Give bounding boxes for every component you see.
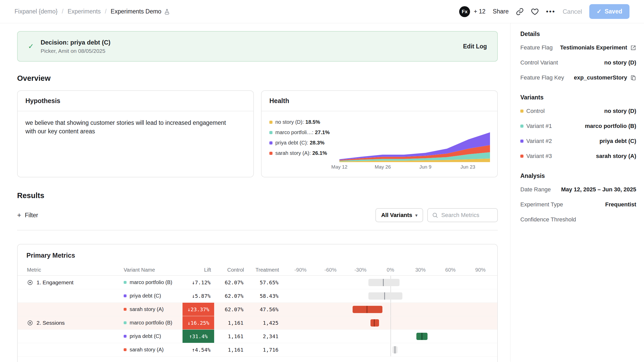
search-box[interactable]	[427, 208, 498, 222]
avatar[interactable]: Fx	[459, 6, 470, 17]
breadcrumb-item[interactable]: Experiments	[68, 8, 101, 15]
variant-cell: sarah story (A)	[124, 347, 183, 353]
variants-section: Variants Controlno story (D)Variant #1ma…	[520, 94, 636, 164]
lift-cell: ↓7.12%	[183, 276, 214, 289]
variant-cell: priya debt (C)	[124, 333, 183, 339]
lift-cell: ↓16.25%	[183, 316, 214, 329]
metric-row[interactable]: 2. Sessionsmarco portfolio (B)↓16.25%1,1…	[18, 316, 497, 330]
variant-swatch	[124, 294, 127, 297]
health-card: Health no story (D):18.5%marco portfoli……	[261, 90, 498, 177]
axis-tick-label: 0%	[387, 267, 394, 273]
filter-button[interactable]: + Filter	[17, 211, 38, 219]
metrics-table-body: 1. Engagementmarco portfolio (B)↓7.12%62…	[18, 276, 497, 357]
sidebar-row: Controlno story (D)	[520, 104, 636, 119]
confidence-interval-bar	[370, 319, 379, 327]
confidence-interval-bar	[368, 292, 402, 300]
edit-log-button[interactable]: Edit Log	[463, 43, 487, 50]
decision-byline: Picker, Amit on 08/05/2025	[41, 48, 110, 54]
breadcrumb-separator: /	[105, 8, 106, 15]
cancel-button[interactable]: Cancel	[563, 8, 582, 15]
variant-name: sarah story (A)	[130, 306, 164, 312]
legend-name: sarah story (A):	[275, 150, 311, 156]
legend-swatch	[269, 152, 272, 155]
sidebar-value[interactable]: exp_customerStory	[574, 74, 636, 81]
sidebar-row: Variant #3sarah story (A)	[520, 149, 636, 164]
health-title: Health	[262, 91, 497, 111]
metric-row[interactable]: priya debt (C)↑31.4%1,1612,341	[18, 330, 497, 343]
legend-swatch	[269, 141, 272, 144]
variant-cell: marco portfolio (B)	[124, 320, 183, 326]
metric-name: 2. Sessions	[37, 320, 65, 326]
variant-swatch	[520, 125, 523, 128]
legend-swatch	[269, 131, 272, 134]
sidebar-row: Variant #1marco portfolio (B)	[520, 119, 636, 134]
sidebar-value: marco portfolio (B)	[585, 123, 636, 129]
divider	[17, 230, 498, 230]
primary-metrics-card: Primary Metrics Metric Variant Name Lift…	[17, 244, 498, 362]
collaborator-count[interactable]: + 12	[474, 8, 485, 15]
x-axis-label: May 26	[375, 164, 391, 170]
favorite-heart-icon[interactable]	[531, 8, 539, 16]
treatment-cell: 57.65%	[247, 279, 282, 286]
add-metric-button[interactable]: + Add	[18, 357, 55, 362]
variant-swatch	[124, 281, 127, 284]
breadcrumb-separator: /	[62, 8, 63, 15]
variant-swatch	[124, 348, 127, 351]
saved-label: Saved	[605, 8, 622, 15]
saved-button[interactable]: ✓ Saved	[589, 4, 629, 19]
zero-line	[390, 330, 391, 343]
legend-item: no story (D):18.5%	[269, 119, 339, 125]
confidence-interval-cell	[282, 303, 497, 316]
legend-item: marco portfoli…:27.1%	[269, 129, 339, 135]
sidebar-label: Feature Flag Key	[520, 74, 564, 81]
breadcrumb-item[interactable]: Experiments Demo	[111, 8, 170, 15]
metric-row[interactable]: priya debt (C)↓5.87%62.07%58.43%	[18, 289, 497, 303]
legend-name: priya debt (C):	[275, 140, 308, 146]
variants-heading: Variants	[520, 94, 636, 101]
decision-banner: ✓ Decision: priya debt (C) Picker, Amit …	[17, 31, 498, 62]
sidebar-value[interactable]: Testimonials Experiment	[560, 44, 636, 51]
hypothesis-title: Hypothesis	[18, 91, 253, 111]
metric-row[interactable]: sarah story (A)↓23.37%62.07%47.56%	[18, 303, 497, 316]
lift-cell: ↑31.4%	[183, 330, 214, 343]
breadcrumb-item[interactable]: Fixpanel {demo}	[15, 8, 58, 15]
axis-tick-label: -60%	[324, 267, 337, 273]
legend-value: 27.1%	[315, 129, 330, 135]
overview-heading: Overview	[17, 74, 498, 83]
legend-name: no story (D):	[275, 119, 304, 125]
metric-row[interactable]: 1. Engagementmarco portfolio (B)↓7.12%62…	[18, 276, 497, 289]
axis-ticks: -90%-60%-30%0%30%60%90%	[282, 264, 497, 275]
axis-tick-label: 90%	[475, 267, 486, 273]
x-axis-label: May 12	[331, 164, 347, 170]
legend-value: 28.3%	[310, 140, 325, 146]
stacked-area-chart	[339, 132, 490, 162]
variants-dropdown[interactable]: All Variants ▾	[375, 208, 423, 222]
hypothesis-text: we believe that showing customer stories…	[18, 111, 246, 143]
filter-label: Filter	[25, 212, 38, 219]
sidebar-value: priya debt (C)	[599, 138, 636, 144]
more-menu-icon[interactable]: •••	[546, 8, 555, 16]
confidence-interval-cell	[282, 330, 497, 343]
variant-name: sarah story (A)	[130, 347, 164, 353]
sidebar-row: Experiment TypeFrequentist	[520, 197, 636, 212]
variant-cell: sarah story (A)	[124, 306, 183, 312]
metric-row[interactable]: sarah story (A)↑4.54%1,1611,716	[18, 343, 497, 357]
health-legend: no story (D):18.5%marco portfoli…:27.1%p…	[269, 118, 339, 172]
search-metrics-input[interactable]	[441, 212, 493, 219]
plus-icon: +	[17, 211, 21, 219]
sidebar-value: no story (D)	[604, 59, 636, 66]
point-estimate-tick	[384, 292, 385, 300]
share-button[interactable]: Share	[493, 8, 509, 15]
sidebar-label: Feature Flag	[520, 44, 553, 51]
control-cell: 62.07%	[214, 306, 247, 313]
sidebar-label: Confidence Threshold	[520, 216, 576, 223]
col-metric: Metric	[18, 267, 124, 273]
link-icon[interactable]	[516, 8, 524, 16]
legend-value: 26.1%	[312, 150, 327, 156]
sidebar-value: May 12, 2025 – Jun 30, 2025	[561, 186, 636, 193]
details-heading: Details	[520, 31, 636, 38]
metric-cell: 1. Engagement	[18, 279, 124, 286]
variant-swatch	[124, 335, 127, 338]
zero-line	[390, 343, 391, 356]
confidence-interval-cell	[282, 276, 497, 289]
